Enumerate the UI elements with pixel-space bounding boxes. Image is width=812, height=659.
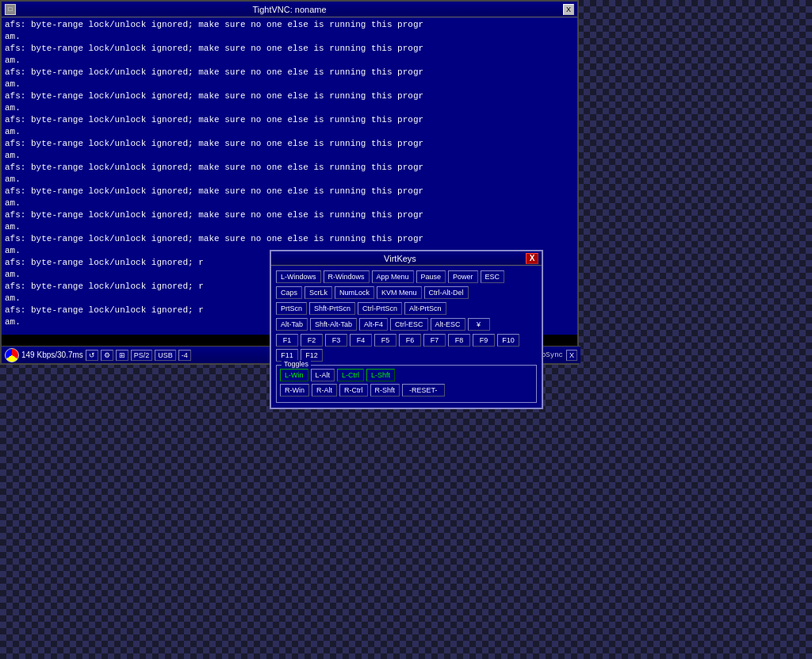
key-yen[interactable]: ¥ (468, 318, 490, 331)
virtkeys-title: VirtKeys (274, 254, 526, 263)
terminal-line: am. (5, 102, 574, 114)
terminal-line: afs: byte-range lock/unlock ignored; mak… (5, 67, 574, 79)
toggles-row-2: R-Win R-Alt R-Ctrl R-Shft -RESET- (280, 384, 533, 397)
key-f3[interactable]: F3 (325, 334, 347, 347)
usb-button[interactable]: USB (155, 350, 176, 361)
virtkeys-row-3: PrtScn Shft-PrtScn Ctrl-PrtScn Alt-PrtSc… (276, 302, 537, 315)
key-alt-tab[interactable]: Alt-Tab (276, 318, 308, 331)
key-f6[interactable]: F6 (399, 334, 421, 347)
toggles-section: Toggles L-Win L-Alt L-Ctrl L-Shft R-Win … (276, 365, 537, 403)
key-ctrl-alt-del[interactable]: Ctrl-Alt-Del (424, 286, 469, 299)
terminal-line: afs: byte-range lock/unlock ignored; mak… (5, 138, 574, 150)
toggles-row-1: L-Win L-Alt L-Ctrl L-Shft (280, 369, 533, 381)
toggle-l-win[interactable]: L-Win (280, 369, 308, 381)
toggle-reset[interactable]: -RESET- (402, 384, 445, 397)
terminal-line: am. (5, 31, 574, 43)
window-close-button[interactable]: X (563, 4, 574, 15)
key-app-menu[interactable]: App Menu (372, 270, 414, 283)
virtkeys-content: L-Windows R-Windows App Menu Pause Power… (271, 266, 542, 408)
key-shft-alt-tab[interactable]: Shft-Alt-Tab (310, 318, 357, 331)
virtkeys-close-button[interactable]: X (526, 253, 538, 264)
title-bar-left: □ (5, 4, 16, 15)
key-shft-prtscn[interactable]: Shft-PrtScn (309, 302, 355, 315)
terminal-line: am. (5, 174, 574, 186)
speed-display: 149 Kbps/30.7ms (21, 351, 83, 359)
vnc-icon: □ (5, 4, 16, 15)
virtkeys-row-2: Caps ScrLk NumLock KVM Menu Ctrl-Alt-Del (276, 286, 537, 299)
key-r-windows[interactable]: R-Windows (324, 270, 370, 283)
terminal-line: am. (5, 150, 574, 162)
key-f7[interactable]: F7 (423, 334, 446, 347)
minus4-button[interactable]: -4 (178, 350, 191, 361)
terminal-line: am. (5, 55, 574, 67)
toggle-l-shft[interactable]: L-Shft (366, 369, 395, 381)
options-button[interactable]: ⚙ (101, 350, 113, 361)
toggle-l-alt[interactable]: L-Alt (311, 369, 335, 381)
key-f2[interactable]: F2 (301, 334, 323, 347)
key-f8[interactable]: F8 (448, 334, 470, 347)
virtkeys-dialog: VirtKeys X L-Windows R-Windows App Menu … (270, 250, 543, 409)
refresh-button[interactable]: ↺ (86, 350, 98, 361)
key-kvm-menu[interactable]: KVM Menu (377, 286, 422, 299)
terminal-line: afs: byte-range lock/unlock ignored; mak… (5, 19, 574, 31)
key-caps[interactable]: Caps (276, 286, 302, 299)
terminal-line: am. (5, 79, 574, 90)
toggle-r-shft[interactable]: R-Shft (370, 384, 400, 397)
key-scrlk[interactable]: ScrLk (304, 286, 332, 299)
terminal-line: am. (5, 221, 574, 233)
key-f5[interactable]: F5 (374, 334, 396, 347)
key-ctrl-prtscn[interactable]: Ctrl-PrtScn (358, 302, 402, 315)
key-alt-f4[interactable]: Alt-F4 (359, 318, 388, 331)
toggle-r-alt[interactable]: R-Alt (312, 384, 337, 397)
key-f9[interactable]: F9 (473, 334, 495, 347)
terminal-line: afs: byte-range lock/unlock ignored; mak… (5, 90, 574, 102)
ctrl-alt-button[interactable]: ⊞ (116, 350, 128, 361)
toggle-r-ctrl[interactable]: R-Ctrl (339, 384, 368, 397)
key-alt-esc[interactable]: Alt-ESC (431, 318, 465, 331)
key-l-windows[interactable]: L-Windows (276, 270, 321, 283)
key-alt-prtscn[interactable]: Alt-PrtScn (404, 302, 446, 315)
virtkeys-row-1: L-Windows R-Windows App Menu Pause Power… (276, 270, 537, 283)
terminal-line: afs: byte-range lock/unlock ignored; mak… (5, 43, 574, 55)
virtkeys-row-4: Alt-Tab Shft-Alt-Tab Alt-F4 Ctrl-ESC Alt… (276, 318, 537, 331)
window-title: TightVNC: noname (16, 5, 563, 14)
virtkeys-title-bar: VirtKeys X (271, 251, 542, 266)
connection-icon (5, 348, 19, 362)
key-power[interactable]: Power (448, 270, 478, 283)
terminal-line: afs: byte-range lock/unlock ignored; mak… (5, 114, 574, 126)
toggle-r-win[interactable]: R-Win (280, 384, 309, 397)
title-bar: □ TightVNC: noname X (2, 2, 577, 17)
key-ctrl-esc[interactable]: Ctrl-ESC (390, 318, 428, 331)
terminal-line: afs: byte-range lock/unlock ignored; mak… (5, 186, 574, 197)
terminal-line: afs: byte-range lock/unlock ignored; mak… (5, 233, 574, 245)
terminal-line: am. (5, 126, 574, 138)
toggle-l-ctrl[interactable]: L-Ctrl (337, 369, 364, 381)
virtkeys-row-5: F1 F2 F3 F4 F5 F6 F7 F8 F9 F10 F11 F12 (276, 334, 537, 362)
ps2-button[interactable]: PS/2 (131, 350, 153, 361)
key-f4[interactable]: F4 (350, 334, 372, 347)
toggles-label: Toggles (282, 360, 311, 368)
x-button[interactable]: X (566, 350, 577, 361)
terminal-line: afs: byte-range lock/unlock ignored; mak… (5, 209, 574, 221)
key-numlock[interactable]: NumLock (335, 286, 374, 299)
key-f10[interactable]: F10 (497, 334, 519, 347)
terminal-line: afs: byte-range lock/unlock ignored; mak… (5, 162, 574, 174)
key-pause[interactable]: Pause (416, 270, 446, 283)
key-prtscn[interactable]: PrtScn (276, 302, 307, 315)
terminal-line: am. (5, 197, 574, 209)
key-esc[interactable]: ESC (481, 270, 505, 283)
key-f1[interactable]: F1 (276, 334, 298, 347)
